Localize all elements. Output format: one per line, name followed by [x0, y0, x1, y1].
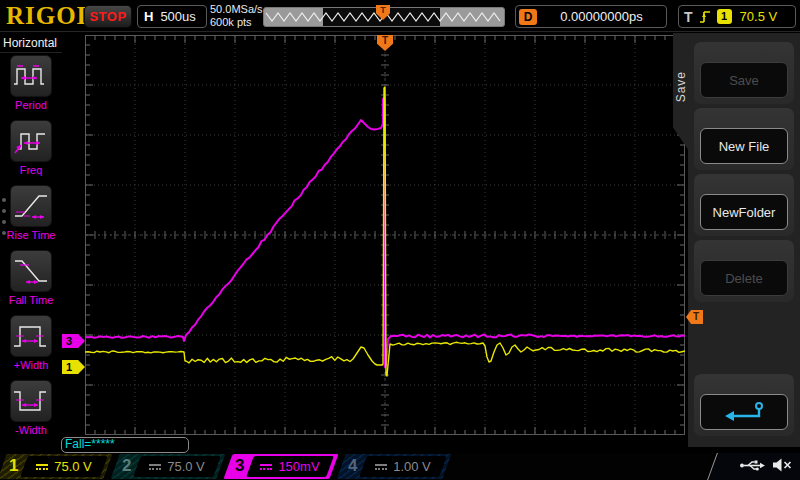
- plus-width-button[interactable]: [10, 315, 52, 357]
- trigger-source-badge: 1: [717, 9, 732, 24]
- softkey-slot-new-folder[interactable]: NewFolder: [694, 174, 794, 236]
- softkey-slot-back[interactable]: [694, 374, 794, 436]
- memory-position-strip[interactable]: T: [263, 7, 505, 27]
- freq-button[interactable]: [10, 120, 52, 162]
- ch4-scale-value: 1.00 V: [393, 459, 431, 474]
- rigol-logo: RIGOL: [6, 2, 94, 30]
- rise-time-button[interactable]: [10, 185, 52, 227]
- plus-width-icon: [12, 321, 50, 351]
- softkey-slot-new-file[interactable]: New File: [694, 108, 794, 170]
- menu-item-period[interactable]: Period: [0, 53, 62, 118]
- ch3-value-box: 150mV: [246, 456, 334, 477]
- fall-time-label: Fall Time: [9, 294, 54, 306]
- return-arrow-icon: [721, 401, 767, 423]
- minus-width-icon: [12, 386, 50, 416]
- system-tray: [739, 458, 792, 472]
- period-button[interactable]: [10, 55, 52, 97]
- menu-item-fall-time[interactable]: Fall Time: [0, 248, 62, 313]
- save-button[interactable]: Save: [700, 62, 788, 98]
- memory-depth: 600k pts: [210, 16, 263, 29]
- new-folder-button[interactable]: NewFolder: [700, 194, 788, 230]
- freq-icon: [12, 126, 50, 156]
- ch4-badge[interactable]: 4 1.00 V: [341, 454, 447, 479]
- timebase-value: 500us: [160, 9, 195, 24]
- minus-width-button[interactable]: [10, 380, 52, 422]
- ch3-scale-value: 150mV: [278, 459, 319, 474]
- measure-menu: Horizontal Period: [0, 33, 62, 453]
- graticule-svg: [85, 35, 685, 435]
- ch4-coupling-dc-icon: [375, 464, 387, 470]
- ch2-scale-value: 75.0 V: [167, 459, 205, 474]
- oscilloscope-screen: RIGOL STOP H 500us 50.0MSa/s 600k pts T …: [0, 0, 800, 480]
- trigger-level-value: 70.5 V: [740, 9, 778, 24]
- delay-label: D: [519, 9, 537, 25]
- delay-value: 0.00000000ps: [537, 9, 666, 24]
- ch1-badge[interactable]: 1 75.0 V: [2, 454, 108, 479]
- ch1-value-box: 75.0 V: [20, 456, 108, 477]
- ch4-value-box: 1.00 V: [359, 456, 447, 477]
- save-menu-panel: Save Save New File NewFolder Delete: [688, 33, 800, 447]
- ch3-badge[interactable]: 3 150mV: [228, 454, 334, 479]
- trigger-label: T: [684, 9, 693, 25]
- waveform-display: T 3 1 T Fall=*****: [85, 35, 685, 435]
- ch1-coupling-dc-icon: [36, 464, 48, 470]
- period-label: Period: [15, 99, 47, 111]
- ch3-level-marker[interactable]: 3: [62, 334, 85, 348]
- top-status-bar: RIGOL STOP H 500us 50.0MSa/s 600k pts T …: [0, 0, 800, 32]
- channel-status-bar: 1 75.0 V 2 75.0 V 3 150mV 4: [0, 453, 800, 480]
- ch1-number: 1: [9, 456, 18, 476]
- delete-button[interactable]: Delete: [700, 260, 788, 296]
- minus-width-label: -Width: [15, 424, 47, 436]
- measure-menu-title: Horizontal: [0, 33, 62, 53]
- menu-scroll-dots: [2, 198, 6, 235]
- back-button[interactable]: [700, 394, 788, 430]
- freq-label: Freq: [20, 164, 43, 176]
- h-label: H: [144, 9, 153, 24]
- delay-readout[interactable]: D 0.00000000ps: [515, 5, 667, 28]
- new-file-button[interactable]: New File: [700, 128, 788, 164]
- usb-icon: [739, 459, 765, 472]
- plus-width-label: +Width: [14, 359, 49, 371]
- ch1-scale-value: 75.0 V: [54, 459, 92, 474]
- ch2-coupling-dc-icon: [149, 464, 161, 470]
- rise-time-icon: [12, 191, 50, 221]
- menu-item-nwidth[interactable]: -Width: [0, 378, 62, 443]
- trigger-slope-icon: [698, 9, 712, 25]
- period-icon: [12, 61, 50, 91]
- ch2-number: 2: [122, 456, 131, 476]
- speaker-mute-icon[interactable]: [773, 458, 792, 472]
- menu-item-rise-time[interactable]: Rise Time: [0, 183, 62, 248]
- ch3-number: 3: [235, 456, 244, 476]
- ch4-number: 4: [348, 456, 357, 476]
- softkey-slot-save[interactable]: Save: [694, 42, 794, 104]
- rise-time-label: Rise Time: [7, 229, 56, 241]
- save-menu-tab-label: Save: [674, 71, 688, 102]
- sample-rate: 50.0MSa/s: [210, 3, 263, 16]
- menu-item-freq[interactable]: Freq: [0, 118, 62, 183]
- acquisition-info: 50.0MSa/s 600k pts: [210, 3, 263, 29]
- ch1-level-marker[interactable]: 1: [62, 360, 85, 374]
- fall-measurement-readout: Fall=*****: [61, 437, 189, 453]
- softkey-slot-delete[interactable]: Delete: [694, 240, 794, 302]
- ch2-value-box: 75.0 V: [133, 456, 221, 477]
- ch3-coupling-dc-icon: [260, 464, 272, 470]
- trigger-readout[interactable]: T 1 70.5 V: [678, 5, 796, 28]
- menu-item-pwidth[interactable]: +Width: [0, 313, 62, 378]
- fall-time-button[interactable]: [10, 250, 52, 292]
- horizontal-timebase-control[interactable]: H 500us: [137, 5, 207, 28]
- fall-time-icon: [12, 256, 50, 286]
- ch2-badge[interactable]: 2 75.0 V: [115, 454, 221, 479]
- run-state-badge[interactable]: STOP: [84, 5, 132, 28]
